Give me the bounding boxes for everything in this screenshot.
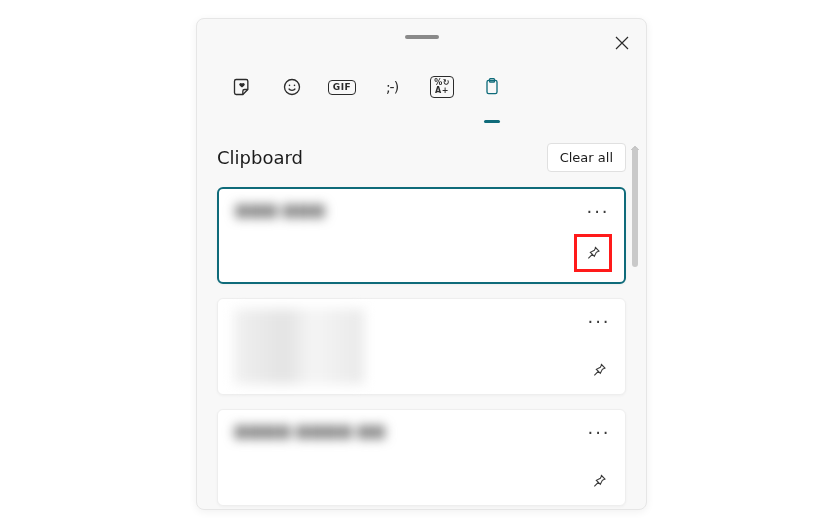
section-header: Clipboard Clear all <box>217 143 626 172</box>
pin-icon <box>591 362 607 378</box>
svg-point-1 <box>289 85 291 87</box>
close-button[interactable] <box>606 27 638 59</box>
item-preview-text: ■■■ ■■■ <box>235 201 608 219</box>
item-preview-text: ■■■■ ■■■■ ■■ <box>234 422 609 440</box>
clipboard-item[interactable]: ■■■■ ■■■■ ■■ ··· <box>217 409 626 506</box>
tab-gif[interactable]: GIF <box>317 75 367 119</box>
emoji-clipboard-flyout: GIF ;-) %↻A+ Clipboard Clear all <box>196 18 647 510</box>
clipboard-item[interactable]: ■■■ ■■■ ··· <box>217 187 626 284</box>
tab-symbols[interactable]: %↻A+ <box>417 75 467 119</box>
sticker-heart-icon <box>230 75 254 99</box>
scroll-up-arrow-icon[interactable] <box>631 137 639 145</box>
tab-emoji[interactable] <box>267 75 317 119</box>
ellipsis-icon: ··· <box>586 201 609 222</box>
vertical-scrollbar[interactable] <box>632 147 638 267</box>
tab-clipboard[interactable] <box>467 75 517 119</box>
kaomoji-icon: ;-) <box>380 75 404 99</box>
svg-point-0 <box>285 80 300 95</box>
clear-all-button[interactable]: Clear all <box>547 143 626 172</box>
item-preview-image <box>234 309 364 384</box>
ellipsis-icon: ··· <box>587 422 610 443</box>
item-pin-button[interactable] <box>585 467 613 495</box>
item-more-button[interactable]: ··· <box>586 199 610 223</box>
item-pin-button[interactable] <box>574 234 612 272</box>
tab-kaomoji[interactable]: ;-) <box>367 75 417 119</box>
gif-icon: GIF <box>330 75 354 99</box>
svg-point-2 <box>294 85 296 87</box>
symbols-icon: %↻A+ <box>430 75 454 99</box>
clipboard-items-list: ■■■ ■■■ ··· ··· ■■■■ ■■■■ ■■ <box>217 187 626 506</box>
close-icon <box>615 36 629 50</box>
smiley-icon <box>280 75 304 99</box>
item-more-button[interactable]: ··· <box>587 309 611 333</box>
pin-icon <box>585 245 601 261</box>
drag-grip[interactable] <box>405 35 439 39</box>
clipboard-item[interactable]: ··· <box>217 298 626 395</box>
item-more-button[interactable]: ··· <box>587 420 611 444</box>
ellipsis-icon: ··· <box>587 311 610 332</box>
pin-icon <box>591 473 607 489</box>
section-title: Clipboard <box>217 147 303 168</box>
item-pin-button[interactable] <box>585 356 613 384</box>
category-tab-bar: GIF ;-) %↻A+ <box>217 75 517 119</box>
tab-recent[interactable] <box>217 75 267 119</box>
clipboard-icon <box>480 75 504 99</box>
